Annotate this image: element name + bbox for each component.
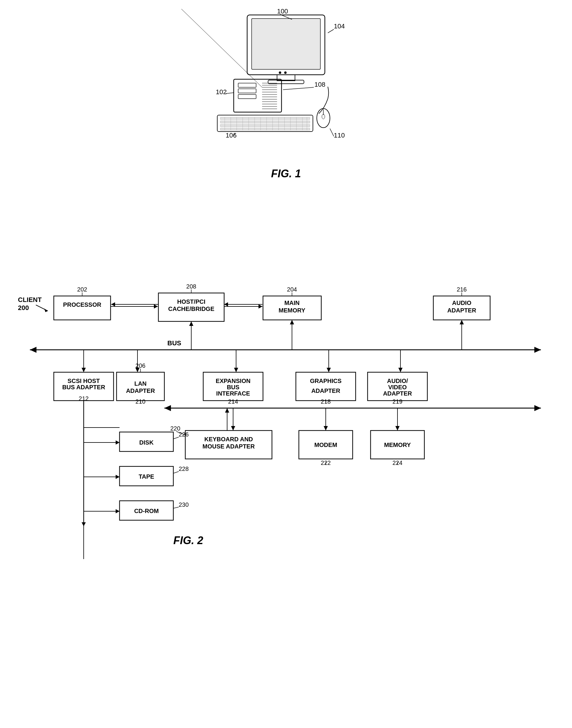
svg-text:HOST/PCI: HOST/PCI [177, 299, 205, 305]
svg-text:KEYBOARD AND: KEYBOARD AND [204, 436, 253, 443]
svg-text:204: 204 [287, 286, 297, 293]
svg-text:CD-ROM: CD-ROM [134, 508, 159, 514]
svg-marker-86 [259, 304, 263, 309]
svg-text:EXPANSION: EXPANSION [216, 378, 251, 384]
svg-text:202: 202 [77, 286, 87, 293]
svg-line-49 [328, 29, 334, 33]
fig1-caption: FIG. 1 [182, 168, 390, 180]
svg-marker-168 [116, 475, 120, 479]
svg-marker-140 [534, 405, 541, 411]
svg-text:MEMORY: MEMORY [384, 442, 411, 448]
svg-point-4 [279, 71, 281, 74]
svg-text:AUDIO: AUDIO [452, 300, 471, 306]
svg-text:DISK: DISK [139, 439, 154, 446]
svg-text:GRAPHICS: GRAPHICS [310, 378, 342, 384]
svg-marker-148 [324, 426, 328, 431]
svg-line-51 [283, 87, 314, 90]
svg-rect-8 [238, 89, 256, 93]
svg-marker-146 [225, 408, 229, 413]
svg-marker-104 [399, 368, 403, 372]
svg-text:228: 228 [179, 465, 189, 472]
svg-text:VIDEO: VIDEO [388, 384, 407, 390]
svg-text:PROCESSOR: PROCESSOR [63, 302, 101, 308]
svg-marker-106 [290, 320, 294, 324]
svg-text:200: 200 [18, 304, 29, 312]
svg-line-12 [182, 9, 262, 87]
fig2-svg: CLIENT 200 PROCESSOR 202 HOST/PCI CACHE/… [9, 209, 565, 712]
svg-rect-1 [252, 18, 320, 69]
svg-line-180 [173, 471, 179, 473]
svg-text:104: 104 [334, 22, 345, 30]
svg-marker-166 [116, 441, 120, 445]
svg-text:220: 220 [170, 425, 180, 432]
svg-text:LAN: LAN [134, 380, 146, 387]
svg-marker-94 [82, 368, 86, 372]
svg-marker-91 [30, 347, 37, 353]
svg-text:BUS ADAPTER: BUS ADAPTER [62, 384, 105, 390]
svg-rect-62 [54, 296, 111, 320]
svg-text:208: 208 [186, 283, 196, 290]
svg-text:MODEM: MODEM [314, 442, 337, 448]
svg-text:TAPE: TAPE [139, 473, 154, 480]
svg-rect-127 [296, 372, 356, 401]
svg-text:SCSI HOST: SCSI HOST [68, 378, 100, 384]
svg-text:206: 206 [135, 362, 145, 369]
svg-text:CACHE/BRIDGE: CACHE/BRIDGE [168, 306, 214, 312]
svg-text:FIG. 2: FIG. 2 [173, 534, 203, 546]
svg-text:AUDIO/: AUDIO/ [387, 378, 408, 384]
svg-marker-92 [534, 347, 541, 353]
svg-marker-170 [116, 509, 120, 513]
svg-text:110: 110 [334, 132, 345, 139]
svg-text:MAIN: MAIN [284, 300, 299, 306]
svg-line-53 [226, 93, 234, 93]
svg-rect-9 [238, 94, 256, 98]
page: 100 104 108 102 106 110 FIG. 1 CLIENT [0, 0, 572, 728]
svg-text:ADAPTER: ADAPTER [311, 388, 340, 394]
svg-marker-100 [234, 368, 238, 372]
svg-marker-139 [164, 405, 171, 411]
svg-rect-7 [238, 83, 256, 87]
svg-marker-84 [111, 302, 115, 307]
svg-marker-102 [327, 368, 331, 372]
svg-text:108: 108 [314, 81, 326, 88]
svg-marker-96 [189, 321, 193, 326]
fig2-container: CLIENT 200 PROCESSOR 202 HOST/PCI CACHE/… [9, 209, 563, 712]
svg-marker-150 [396, 426, 400, 431]
svg-marker-108 [459, 320, 464, 324]
svg-text:226: 226 [179, 431, 189, 438]
fig1-container: 100 104 108 102 106 110 FIG. 1 [182, 9, 390, 182]
svg-point-5 [284, 71, 287, 74]
svg-text:BUS: BUS [227, 384, 239, 390]
svg-rect-6 [234, 79, 282, 112]
svg-text:102: 102 [216, 88, 227, 96]
svg-text:216: 216 [457, 286, 467, 293]
svg-text:230: 230 [179, 502, 189, 508]
svg-text:CLIENT: CLIENT [18, 296, 42, 304]
svg-marker-82 [154, 304, 158, 309]
svg-text:ADAPTER: ADAPTER [447, 307, 476, 314]
svg-line-176 [173, 437, 179, 439]
svg-marker-88 [224, 302, 228, 307]
svg-text:ADAPTER: ADAPTER [383, 390, 412, 397]
svg-text:BUS: BUS [167, 339, 181, 347]
svg-text:MEMORY: MEMORY [279, 307, 305, 314]
svg-text:106: 106 [226, 132, 237, 139]
svg-marker-172 [82, 522, 86, 526]
svg-marker-144 [231, 426, 235, 431]
svg-text:INTERFACE: INTERFACE [216, 390, 250, 397]
svg-text:ADAPTER: ADAPTER [126, 388, 155, 394]
svg-text:100: 100 [277, 9, 288, 15]
svg-line-184 [173, 507, 179, 508]
fig1-svg: 100 104 108 102 106 110 [182, 9, 390, 164]
svg-line-57 [330, 129, 334, 136]
svg-text:MOUSE ADAPTER: MOUSE ADAPTER [203, 443, 255, 450]
